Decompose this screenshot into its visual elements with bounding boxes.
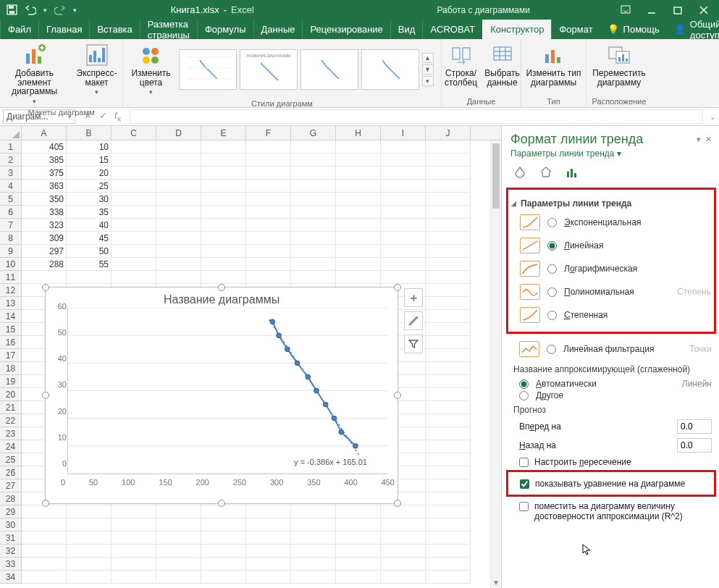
cell[interactable] [336, 518, 381, 532]
cell[interactable] [156, 193, 201, 206]
col-header[interactable]: H [336, 126, 381, 140]
cell[interactable] [112, 558, 156, 571]
cell[interactable] [381, 245, 426, 258]
cell[interactable] [112, 180, 156, 193]
cell[interactable] [336, 245, 381, 258]
cell[interactable] [381, 154, 426, 167]
cell[interactable] [381, 219, 426, 232]
row-header[interactable]: 13 [0, 297, 22, 310]
cell[interactable] [426, 388, 471, 401]
tell-me[interactable]: 💡Помощь [600, 20, 667, 39]
cell[interactable] [67, 532, 112, 545]
chart-styles-button[interactable] [404, 311, 423, 330]
cell[interactable] [381, 271, 426, 284]
cell[interactable] [246, 206, 291, 219]
cell[interactable] [426, 505, 471, 518]
cell[interactable] [112, 245, 156, 258]
pane-tab-effects-icon[interactable] [538, 164, 554, 180]
col-header[interactable]: J [426, 126, 471, 140]
cell[interactable]: 55 [67, 258, 112, 271]
cell[interactable] [291, 245, 336, 258]
gallery-more-icon[interactable]: ▾ [422, 76, 434, 86]
select-data-button[interactable]: Выбрать данные [484, 42, 521, 88]
cell[interactable] [291, 532, 336, 545]
minimize-icon[interactable] [645, 4, 658, 17]
save-icon[interactable] [6, 4, 17, 16]
cell[interactable] [201, 558, 246, 571]
cell[interactable] [291, 206, 336, 219]
cell[interactable] [291, 505, 336, 518]
cell[interactable] [291, 167, 336, 180]
trend-name-other[interactable]: Другое [519, 390, 712, 400]
cell[interactable]: 297 [22, 245, 67, 258]
cell[interactable] [336, 154, 381, 167]
cell[interactable] [246, 571, 291, 584]
cell[interactable] [112, 193, 156, 206]
cell[interactable] [201, 571, 246, 584]
select-all-corner[interactable] [0, 126, 22, 140]
cell[interactable] [381, 518, 426, 532]
cell[interactable] [246, 167, 291, 180]
col-header[interactable]: A [22, 126, 67, 140]
cell[interactable] [381, 140, 426, 154]
cell[interactable] [156, 167, 201, 180]
col-header[interactable]: G [291, 126, 336, 140]
move-chart-button[interactable]: Переместить диаграмму [589, 42, 649, 88]
trend-type-logarithmic[interactable]: Логарифмическая [520, 261, 711, 277]
row-header[interactable]: 21 [0, 401, 22, 414]
row-header[interactable]: 7 [0, 219, 22, 232]
cell[interactable] [156, 180, 201, 193]
cell[interactable] [426, 284, 471, 297]
cell[interactable] [336, 571, 381, 584]
pane-options-icon[interactable]: ▾ [697, 135, 701, 143]
cell[interactable] [426, 219, 471, 232]
cell[interactable] [381, 180, 426, 193]
cell[interactable] [201, 219, 246, 232]
chart-style-1[interactable] [179, 49, 237, 90]
cell[interactable] [291, 518, 336, 532]
cell[interactable] [381, 193, 426, 206]
forecast-forward-input[interactable] [677, 419, 712, 434]
chart-elements-button[interactable]: ＋ [404, 288, 423, 307]
enter-icon[interactable]: ✓ [99, 110, 107, 123]
row-header[interactable]: 31 [0, 532, 22, 545]
show-equation-check[interactable]: показывать уравнение на диаграмме [520, 479, 711, 489]
row-header[interactable]: 11 [0, 271, 22, 284]
cell[interactable] [112, 571, 156, 584]
chart-style-3[interactable] [300, 49, 358, 90]
cell[interactable] [22, 532, 67, 545]
cell[interactable] [381, 167, 426, 180]
cell[interactable]: 309 [22, 232, 67, 245]
cell[interactable] [201, 505, 246, 518]
col-header[interactable]: E [201, 126, 246, 140]
trend-type-linear[interactable]: Линейная [520, 238, 711, 253]
cell[interactable] [201, 180, 246, 193]
cell[interactable] [291, 193, 336, 206]
cell[interactable] [67, 558, 112, 571]
cell[interactable]: 20 [67, 167, 112, 180]
cell[interactable] [291, 558, 336, 571]
cell[interactable]: 323 [22, 219, 67, 232]
cell[interactable] [246, 505, 291, 518]
row-header[interactable]: 8 [0, 232, 22, 245]
cell[interactable] [156, 505, 201, 518]
cell[interactable] [426, 206, 471, 219]
cell[interactable] [426, 140, 471, 154]
cell[interactable] [112, 206, 156, 219]
pane-close-icon[interactable]: ✕ [705, 135, 712, 143]
cell[interactable] [291, 154, 336, 167]
cell[interactable] [112, 258, 156, 271]
row-header[interactable]: 26 [0, 466, 22, 479]
expand-formula-bar-icon[interactable]: ⌄ [706, 113, 719, 121]
col-header[interactable]: D [156, 126, 201, 140]
row-header[interactable]: 32 [0, 545, 22, 558]
tab-file[interactable]: Файл [0, 20, 38, 39]
cell[interactable] [22, 558, 67, 571]
cell[interactable] [426, 232, 471, 245]
cell[interactable] [67, 271, 112, 284]
cell[interactable] [381, 571, 426, 584]
cell[interactable] [67, 505, 112, 518]
cell[interactable]: 15 [67, 154, 112, 167]
cell[interactable] [112, 167, 156, 180]
cell[interactable] [201, 206, 246, 219]
